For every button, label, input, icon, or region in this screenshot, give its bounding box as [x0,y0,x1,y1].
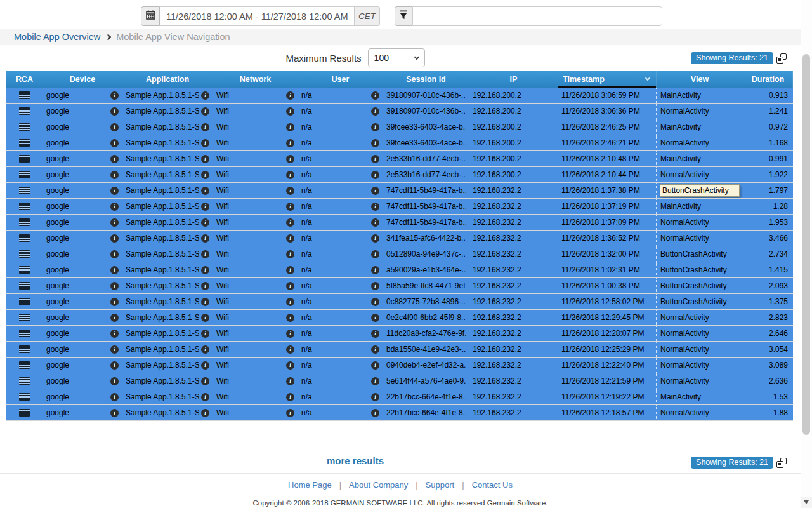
column-header-user[interactable]: User [298,71,383,88]
info-icon[interactable] [286,250,294,258]
calendar-button[interactable] [141,6,160,26]
info-icon[interactable] [371,123,379,131]
column-header-device[interactable]: Device [43,71,122,88]
info-icon[interactable] [201,409,209,417]
info-icon[interactable] [286,330,294,338]
table-row[interactable]: google Sample App.1.8.5.1-SN Wifi n/a 22… [6,405,793,421]
table-row[interactable]: google Sample App.1.8.5.1-SN Wifi n/a 0e… [6,310,793,326]
support-link[interactable]: Support [426,480,455,490]
table-row[interactable]: google Sample App.1.8.5.1-SN Wifi n/a 74… [6,215,793,231]
info-icon[interactable] [110,123,119,131]
info-icon[interactable] [371,266,379,274]
info-icon[interactable] [110,155,119,163]
rca-list-icon[interactable] [19,314,30,321]
info-icon[interactable] [371,250,379,258]
info-icon[interactable] [286,218,294,227]
info-icon[interactable] [201,393,209,401]
info-icon[interactable] [371,203,379,211]
column-header-ip[interactable]: IP [469,71,558,88]
info-icon[interactable] [201,250,209,258]
copy-icon[interactable] [776,53,787,64]
info-icon[interactable] [371,361,379,370]
info-icon[interactable] [110,345,119,354]
info-icon[interactable] [371,314,379,322]
column-header-rca[interactable]: RCA [6,71,43,88]
info-icon[interactable] [110,218,119,227]
table-row[interactable]: google Sample App.1.8.5.1-SN Wifi n/a 74… [6,199,793,215]
rca-list-icon[interactable] [19,107,30,115]
info-icon[interactable] [201,155,209,163]
rca-list-icon[interactable] [19,139,30,147]
rca-list-icon[interactable] [19,345,30,353]
info-icon[interactable] [286,298,294,306]
table-row[interactable]: google Sample App.1.8.5.1-SN Wifi n/a 39… [6,88,793,104]
rca-list-icon[interactable] [19,393,30,401]
info-icon[interactable] [371,187,379,195]
column-header-network[interactable]: Network [213,71,298,88]
info-icon[interactable] [286,123,294,131]
filter-button[interactable] [395,6,412,26]
info-icon[interactable] [286,393,294,401]
table-row[interactable]: google Sample App.1.8.5.1-SN Wifi n/a 05… [6,246,793,262]
table-row[interactable]: google Sample App.1.8.5.1-SN Wifi n/a 39… [6,135,793,151]
info-icon[interactable] [371,155,379,163]
info-icon[interactable] [110,171,119,179]
info-icon[interactable] [286,171,294,179]
rca-list-icon[interactable] [19,234,30,242]
table-row[interactable]: google Sample App.1.8.5.1-SN Wifi n/a a5… [6,262,793,278]
table-row[interactable]: google Sample App.1.8.5.1-SN Wifi n/a 74… [6,183,793,199]
info-icon[interactable] [110,234,119,243]
more-results-link[interactable]: more results [0,455,710,466]
scroll-down-button[interactable] [801,497,812,508]
filter-input[interactable] [412,6,662,26]
table-row[interactable]: google Sample App.1.8.5.1-SN Wifi n/a 5e… [6,373,793,389]
info-icon[interactable] [201,266,209,274]
info-icon[interactable] [286,266,294,274]
info-icon[interactable] [201,361,209,370]
info-icon[interactable] [371,409,379,417]
info-icon[interactable] [201,203,209,211]
rca-list-icon[interactable] [19,187,30,194]
info-icon[interactable] [286,361,294,370]
info-icon[interactable] [201,282,209,290]
rca-list-icon[interactable] [19,298,30,305]
vertical-scrollbar[interactable] [801,0,812,508]
info-icon[interactable] [286,155,294,163]
info-icon[interactable] [371,282,379,290]
rca-list-icon[interactable] [19,361,30,369]
info-icon[interactable] [371,91,379,100]
column-header-session-id[interactable]: Session Id [383,71,469,88]
info-icon[interactable] [286,409,294,417]
rca-list-icon[interactable] [19,218,30,226]
info-icon[interactable] [110,187,119,195]
info-icon[interactable] [110,361,119,370]
info-icon[interactable] [201,171,209,179]
table-row[interactable]: google Sample App.1.8.5.1-SN Wifi n/a 39… [6,104,793,119]
info-icon[interactable] [110,266,119,274]
info-icon[interactable] [201,187,209,195]
table-row[interactable]: google Sample App.1.8.5.1-SN Wifi n/a 0c… [6,294,793,310]
rca-list-icon[interactable] [19,330,30,337]
about-company-link[interactable]: About Company [349,480,408,490]
info-icon[interactable] [286,234,294,243]
column-header-timestamp[interactable]: Timestamp [558,71,657,88]
info-icon[interactable] [201,139,209,147]
rca-list-icon[interactable] [19,203,30,210]
table-row[interactable]: google Sample App.1.8.5.1-SN Wifi n/a 22… [6,389,793,405]
table-row[interactable]: google Sample App.1.8.5.1-SN Wifi n/a 39… [6,119,793,135]
info-icon[interactable] [286,187,294,195]
rca-list-icon[interactable] [19,171,30,178]
rca-list-icon[interactable] [19,155,30,163]
info-icon[interactable] [286,139,294,147]
info-icon[interactable] [286,345,294,354]
table-row[interactable]: google Sample App.1.8.5.1-SN Wifi n/a 34… [6,231,793,246]
info-icon[interactable] [201,218,209,227]
info-icon[interactable] [371,218,379,227]
info-icon[interactable] [201,298,209,306]
info-icon[interactable] [286,377,294,385]
info-icon[interactable] [110,91,119,100]
rca-list-icon[interactable] [19,266,30,274]
info-icon[interactable] [286,314,294,322]
info-icon[interactable] [201,330,209,338]
info-icon[interactable] [201,123,209,131]
